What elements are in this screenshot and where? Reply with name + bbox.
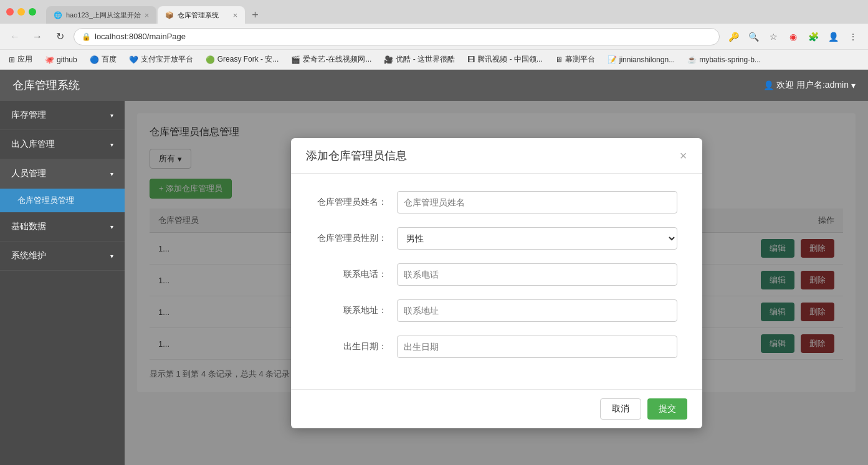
- bookmark-alipay[interactable]: 💙 支付宝开放平台: [126, 53, 196, 66]
- bookmark-github[interactable]: 🐙 github: [42, 54, 80, 65]
- bookmark-tencent[interactable]: 🎞 腾讯视频 - 中国领...: [465, 53, 545, 66]
- bookmark-mybatis[interactable]: ☕ mybatis-spring-b...: [685, 54, 763, 65]
- chevron-system: ▾: [110, 253, 113, 260]
- modal-title: 添加仓库管理员信息: [306, 148, 407, 163]
- sidebar-sub-item-warehouse-admin[interactable]: 仓库管理员管理: [0, 189, 125, 212]
- sidebar-item-inventory[interactable]: 库存管理 ▾: [0, 101, 125, 130]
- tab-hao123[interactable]: 🌐 hao123_上网从这里开始 ×: [46, 6, 156, 24]
- name-input[interactable]: [397, 191, 677, 214]
- form-group-name: 仓库管理员姓名：: [316, 191, 677, 214]
- gender-select[interactable]: 男性 女性: [397, 227, 677, 250]
- menu-icon[interactable]: ⋮: [844, 28, 862, 45]
- browser-window: 🌐 hao123_上网从这里开始 × 📦 仓库管理系统 × + ← → ↻ 🔒 …: [0, 0, 868, 465]
- tab-close-2[interactable]: ×: [233, 11, 238, 20]
- bookmark-greasy[interactable]: 🟢 Greasy Fork - 安...: [203, 53, 282, 66]
- phone-input[interactable]: [397, 263, 677, 286]
- profile-icon[interactable]: 👤: [824, 28, 842, 45]
- close-button[interactable]: [6, 8, 14, 16]
- header-user-info: 👤 欢迎 用户名:admin ▾: [763, 80, 856, 91]
- tab-warehouse[interactable]: 📦 仓库管理系统 ×: [158, 6, 245, 24]
- modal-footer: 取消 提交: [291, 389, 702, 428]
- modal-body: 仓库管理员姓名： 仓库管理员性别： 男性 女性: [291, 174, 702, 389]
- bookmark-label-baidu: 百度: [102, 54, 117, 65]
- zoom-icon[interactable]: 🔍: [745, 28, 762, 45]
- address-bar[interactable]: 🔒 localhost:8080/mainPage: [74, 28, 720, 45]
- bookmark-label-iqiyi: 爱奇艺-在线视频网...: [303, 54, 371, 65]
- app-container: 仓库管理系统 👤 欢迎 用户名:admin ▾ 库存管理 ▾ 出入库管理 ▾ 人…: [0, 70, 868, 465]
- refresh-button[interactable]: ↻: [51, 28, 69, 45]
- sidebar-item-basic[interactable]: 基础数据 ▾: [0, 212, 125, 242]
- cancel-button[interactable]: 取消: [600, 398, 641, 420]
- bookmark-label-apps: 应用: [17, 54, 32, 65]
- form-group-address: 联系地址：: [316, 299, 677, 322]
- baidu-icon: 🔵: [90, 55, 99, 64]
- name-label: 仓库管理员姓名：: [316, 197, 397, 208]
- star-icon[interactable]: ☆: [765, 28, 782, 45]
- sidebar-item-personnel[interactable]: 人员管理 ▾: [0, 159, 125, 189]
- key-icon[interactable]: 🔑: [725, 28, 742, 45]
- bookmark-label-greasy: Greasy Fork - 安...: [217, 54, 279, 65]
- bookmarks-bar: ⊞ 应用 🐙 github 🔵 百度 💙 支付宝开放平台 🟢 Greasy Fo…: [0, 50, 868, 70]
- mybatis-icon: ☕: [687, 55, 697, 64]
- sidebar-sub-personnel: 仓库管理员管理: [0, 189, 125, 212]
- form-group-birthday: 出生日期：: [316, 336, 677, 358]
- modal-header: 添加仓库管理员信息 ×: [291, 138, 702, 174]
- tab-favicon-1: 🌐: [54, 11, 62, 19]
- bookmark-jinnian[interactable]: 📝 jinnianshilongn...: [605, 54, 677, 65]
- modal-close-button[interactable]: ×: [680, 149, 687, 162]
- main-content: 仓库管理员信息管理 所有 ▾ + 添加仓库管理员 仓库管理员: [125, 101, 868, 465]
- submit-button[interactable]: 提交: [647, 398, 687, 420]
- chevron-personnel: ▾: [110, 171, 113, 177]
- tab-title-2: 仓库管理系统: [178, 11, 229, 20]
- bookmark-mucePlatform[interactable]: 🖥 幕测平台: [553, 53, 598, 66]
- tencent-icon: 🎞: [467, 55, 475, 64]
- nav-right-icons: 🔑 🔍 ☆ ◉ 🧩 👤 ⋮: [725, 28, 862, 45]
- tabs-bar: 🌐 hao123_上网从这里开始 × 📦 仓库管理系统 × +: [46, 0, 264, 24]
- modal-overlay: 添加仓库管理员信息 × 仓库管理员姓名： 仓库管理员性别： 男: [125, 101, 868, 465]
- address-input[interactable]: [397, 299, 677, 322]
- colorful-icon[interactable]: ◉: [785, 28, 802, 45]
- maximize-button[interactable]: [29, 8, 36, 16]
- app-title: 仓库管理系统: [12, 78, 80, 93]
- bookmark-label-alipay: 支付宝开放平台: [141, 54, 193, 65]
- muce-icon: 🖥: [555, 55, 563, 64]
- sidebar: 库存管理 ▾ 出入库管理 ▾ 人员管理 ▾ 仓库管理员管理 基础数据: [0, 101, 125, 465]
- tab-title-1: hao123_上网从这里开始: [66, 11, 141, 20]
- user-dropdown-icon: ▾: [851, 80, 856, 90]
- form-group-gender: 仓库管理员性别： 男性 女性: [316, 227, 677, 250]
- birthday-label: 出生日期：: [316, 341, 397, 352]
- address-label: 联系地址：: [316, 305, 397, 316]
- modal-add-admin: 添加仓库管理员信息 × 仓库管理员姓名： 仓库管理员性别： 男: [291, 138, 702, 428]
- bookmark-label-tencent: 腾讯视频 - 中国领...: [477, 54, 543, 65]
- sidebar-label-inventory: 库存管理: [11, 110, 46, 121]
- sidebar-sub-label-warehouse-admin: 仓库管理员管理: [17, 195, 74, 205]
- extension-icon[interactable]: 🧩: [804, 28, 822, 45]
- bookmark-label-jinnian: jinnianshilongn...: [619, 55, 675, 64]
- user-icon: 👤: [763, 80, 774, 90]
- iqiyi-icon: 🎬: [291, 55, 300, 64]
- new-tab-button[interactable]: +: [246, 6, 264, 24]
- jinnian-icon: 📝: [608, 55, 617, 64]
- header-user-text: 欢迎 用户名:admin: [776, 80, 849, 91]
- forward-button[interactable]: →: [29, 28, 46, 45]
- greasy-icon: 🟢: [206, 55, 215, 64]
- bookmark-youku[interactable]: 🎥 优酷 - 这世界很酷: [381, 53, 457, 66]
- browser-title-bar: 🌐 hao123_上网从这里开始 × 📦 仓库管理系统 × +: [0, 0, 868, 24]
- birthday-input[interactable]: [397, 336, 677, 358]
- chevron-basic: ▾: [110, 223, 113, 230]
- bookmark-label-youku: 优酷 - 这世界很酷: [396, 54, 455, 65]
- bookmark-apps[interactable]: ⊞ 应用: [6, 53, 35, 66]
- minimize-button[interactable]: [17, 8, 25, 16]
- phone-label: 联系电话：: [316, 269, 397, 280]
- sidebar-item-inout[interactable]: 出入库管理 ▾: [0, 130, 125, 159]
- bookmark-iqiyi[interactable]: 🎬 爱奇艺-在线视频网...: [289, 53, 374, 66]
- bookmark-baidu[interactable]: 🔵 百度: [87, 53, 119, 66]
- form-group-phone: 联系电话：: [316, 263, 677, 286]
- sidebar-item-system[interactable]: 系统维护 ▾: [0, 242, 125, 271]
- bookmark-label-mybatis: mybatis-spring-b...: [699, 55, 761, 64]
- back-button[interactable]: ←: [6, 28, 24, 45]
- chevron-inventory: ▾: [110, 112, 113, 119]
- sidebar-label-basic: 基础数据: [11, 221, 46, 232]
- nav-bar: ← → ↻ 🔒 localhost:8080/mainPage 🔑 🔍 ☆ ◉ …: [0, 24, 868, 50]
- tab-close-1[interactable]: ×: [145, 11, 150, 20]
